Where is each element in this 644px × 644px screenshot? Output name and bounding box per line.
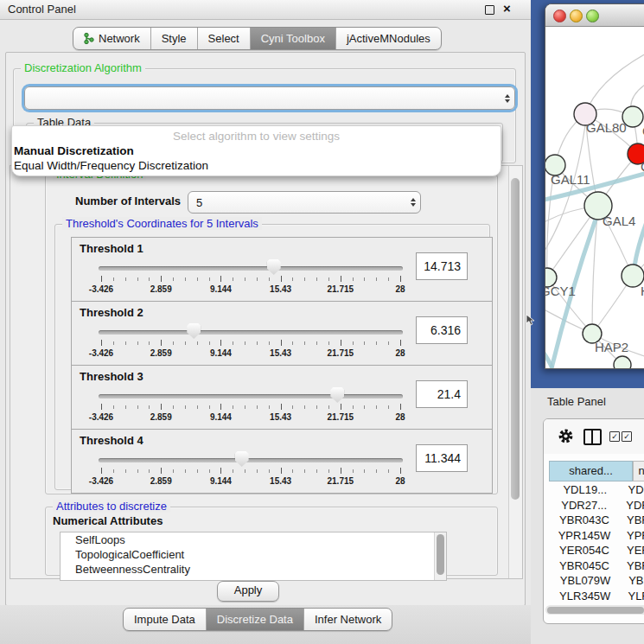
table-row[interactable]: YLR345WYLR3 — [544, 590, 644, 605]
slider-tick-label: 28 — [395, 476, 405, 486]
float-window-icon[interactable] — [485, 5, 494, 15]
columns-icon[interactable] — [583, 429, 602, 445]
table-horizontal-scrollbar[interactable] — [545, 605, 644, 615]
number-of-intervals-value: 5 — [188, 196, 406, 209]
threshold-label: Threshold 3 — [80, 370, 143, 383]
slider-tick-label: 15.43 — [270, 284, 291, 294]
slider-thumb[interactable] — [187, 323, 201, 339]
slider-minor-tick — [113, 469, 114, 473]
cell-shared-name: YPR145W — [544, 529, 620, 545]
slider-tick-label: 15.43 — [270, 412, 291, 422]
table-row[interactable]: YDR27...YDR2 — [544, 499, 644, 514]
slider-major-tick — [400, 340, 401, 346]
network-node[interactable] — [614, 356, 631, 368]
slider-minor-tick — [125, 405, 126, 409]
gear-icon[interactable] — [558, 428, 574, 444]
tab-discretize-data[interactable]: Discretize Data — [207, 609, 304, 630]
stepper-arrows-icon[interactable] — [501, 94, 514, 103]
slider-thumb[interactable] — [235, 451, 249, 467]
close-traffic-light-icon[interactable] — [553, 10, 566, 22]
slider-major-tick — [341, 276, 341, 282]
numerical-attributes-list[interactable]: SelfLoopsTopologicalCoefficientBetweenne… — [60, 532, 447, 581]
tab-jactivemnodules[interactable]: jActiveMNodules — [336, 28, 441, 49]
slider-tick-label: 21.715 — [328, 284, 354, 294]
column-header-shared-name[interactable]: shared... — [549, 461, 633, 481]
checkbox-icon[interactable]: ✓ — [622, 431, 632, 442]
attribute-item-topologicalcoefficient[interactable]: TopologicalCoefficient — [61, 547, 446, 562]
slider-minor-tick — [233, 277, 233, 281]
threshold-value-field[interactable]: 14.713 — [416, 252, 468, 280]
slider-minor-tick — [364, 469, 365, 473]
network-node-label: GAL4 — [603, 214, 635, 228]
slider-minor-tick — [173, 469, 174, 473]
table-row[interactable]: YER054CYER0 — [544, 544, 644, 559]
number-of-intervals-combobox[interactable]: 5 — [188, 191, 421, 214]
slider-track[interactable] — [99, 458, 403, 462]
table-row[interactable]: YBR045CYBR0 — [544, 559, 644, 575]
slider-minor-tick — [185, 341, 186, 345]
attributes-scrollbar[interactable] — [434, 532, 446, 580]
table-row[interactable]: YBR043CYBR0 — [544, 513, 644, 529]
cell-name: YER0 — [620, 544, 644, 559]
slider-track[interactable] — [99, 266, 403, 271]
tab-impute-data[interactable]: Impute Data — [124, 609, 207, 630]
attribute-item-selfloops[interactable]: SelfLoops — [61, 532, 446, 547]
slider-track[interactable] — [99, 330, 403, 335]
slider-minor-tick — [173, 341, 174, 345]
slider-tick-label: 15.43 — [270, 348, 291, 358]
slider-minor-tick — [113, 341, 114, 345]
table-hscroll-thumb[interactable] — [547, 607, 644, 614]
table-row[interactable]: YBL079WYBL0 — [544, 574, 644, 590]
table-row[interactable]: YDL19...YDL1 — [544, 483, 644, 499]
tab-style[interactable]: Style — [151, 28, 198, 49]
zoom-traffic-light-icon[interactable] — [586, 10, 599, 22]
checkbox-icon[interactable]: ✓ — [609, 431, 620, 442]
threshold-slider[interactable]: -3.4262.8599.14415.4321.71528 — [99, 258, 406, 298]
slider-tick-label: 2.859 — [150, 476, 172, 486]
tab-network[interactable]: Network — [73, 28, 151, 49]
slider-track[interactable] — [99, 394, 403, 399]
tab-label: jActiveMNodules — [347, 32, 430, 45]
network-graph[interactable]: GAL80GACGAL11GAL4GCY1HHAP2 — [545, 26, 644, 368]
tab-select[interactable]: Select — [198, 28, 251, 49]
threshold-slider[interactable]: -3.4262.8599.14415.4321.71528 — [99, 450, 406, 490]
slider-minor-tick — [353, 277, 354, 281]
slider-thumb[interactable] — [267, 259, 281, 275]
thresholds-group: Threshold's Coordinates for 5 Intervals … — [54, 224, 490, 490]
settings-scrollbar[interactable] — [508, 166, 522, 578]
slider-minor-tick — [292, 405, 293, 409]
threshold-value-field[interactable]: 21.4 — [416, 380, 468, 408]
slider-major-tick — [161, 276, 162, 282]
slider-minor-tick — [257, 277, 258, 281]
slider-tick-label: 21.715 — [328, 476, 354, 486]
slider-minor-tick — [137, 405, 138, 409]
apply-button[interactable]: Apply — [217, 581, 279, 602]
stepper-arrows-icon[interactable] — [406, 198, 420, 207]
slider-minor-tick — [269, 469, 270, 473]
tab-label: Select — [208, 32, 239, 45]
tab-infer-network[interactable]: Infer Network — [304, 609, 392, 630]
slider-thumb[interactable] — [330, 387, 344, 403]
tab-cyni-toolbox[interactable]: Cyni Toolbox — [251, 28, 336, 49]
network-window-titlebar[interactable] — [545, 4, 644, 27]
column-header-name[interactable]: na — [633, 461, 644, 481]
popup-option-equal-width-frequency-discretization[interactable]: Equal Width/Frequency Discretization — [14, 159, 208, 172]
attributes-scroll-thumb[interactable] — [437, 534, 444, 575]
attribute-item-betweennesscentrality[interactable]: BetweennessCentrality — [61, 562, 446, 577]
close-icon[interactable]: × — [503, 1, 511, 16]
algorithm-combobox[interactable] — [24, 86, 515, 110]
cell-name: YPR1 — [620, 529, 644, 545]
settings-scroll-thumb[interactable] — [511, 178, 520, 500]
numerical-attributes-label: Numerical Attributes — [53, 514, 163, 527]
threshold-label: Threshold 2 — [80, 306, 143, 319]
slider-minor-tick — [185, 469, 186, 473]
threshold-slider[interactable]: -3.4262.8599.14415.4321.71528 — [99, 322, 406, 362]
network-view-window[interactable]: GAL80GACGAL11GAL4GCY1HHAP2 — [545, 3, 644, 369]
table-row[interactable]: YPR145WYPR1 — [544, 529, 644, 545]
popup-option-manual-discretization[interactable]: Manual Discretization — [14, 144, 134, 157]
slider-major-tick — [220, 340, 221, 346]
minimize-traffic-light-icon[interactable] — [570, 10, 583, 22]
threshold-value-field[interactable]: 11.344 — [416, 444, 468, 472]
threshold-slider[interactable]: -3.4262.8599.14415.4321.71528 — [99, 386, 406, 426]
threshold-value-field[interactable]: 6.316 — [416, 316, 468, 344]
